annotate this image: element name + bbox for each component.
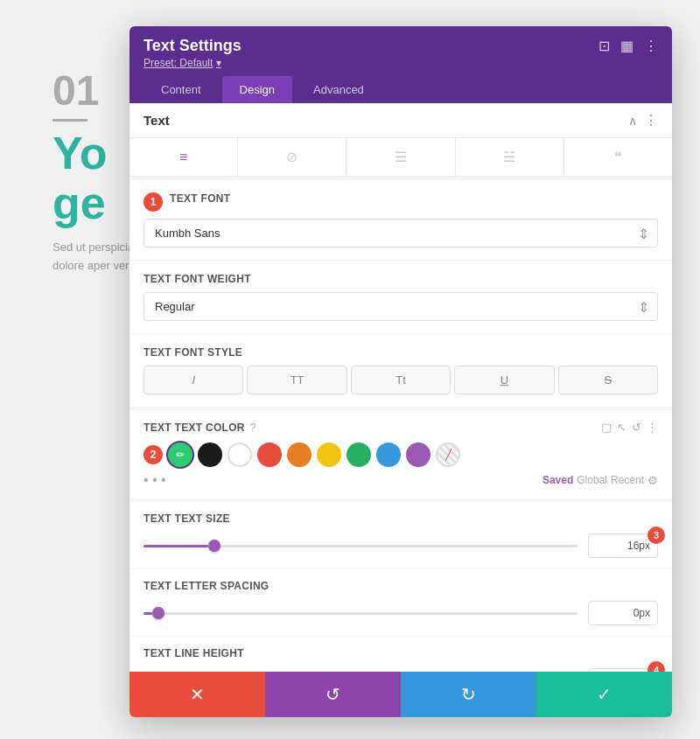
text-section-header: Text ∧ ⋮ <box>130 103 672 138</box>
font-style-buttons: I TT Tt U S <box>144 366 658 394</box>
letter-spacing-input[interactable] <box>588 601 658 625</box>
color-tab-global[interactable]: Global <box>577 474 607 486</box>
text-size-value-box: 3 <box>588 533 658 558</box>
swatch-purple[interactable] <box>406 443 430 467</box>
font-style-section: Text Font Style I TT Tt U S <box>130 334 672 407</box>
swatch-black[interactable] <box>198 443 222 467</box>
line-height-section: Text Line Height 4 <box>130 637 672 672</box>
uppercase-button[interactable]: TT <box>247 366 346 394</box>
line-height-badge: 4 <box>648 661 665 672</box>
reset-button[interactable]: ↺ <box>265 672 401 717</box>
swatch-yellow[interactable] <box>317 443 341 467</box>
letter-spacing-slider-row <box>144 601 658 625</box>
color-mode-icon[interactable]: ▢ <box>601 421 612 434</box>
panel-header: Text Settings ⊡ ▦ ⋮ Preset: Default ▾ <box>130 26 672 76</box>
swatch-white[interactable] <box>228 443 252 467</box>
color-label-row: Text Text Color ? ▢ ↖ ↺ ⋮ <box>144 421 658 434</box>
tab-advanced[interactable]: Advanced <box>296 76 382 103</box>
align-left-icon[interactable]: ≡ <box>130 138 238 176</box>
capitalize-button[interactable]: Tt <box>351 366 451 394</box>
preset-selector[interactable]: Preset: Default ▾ <box>144 57 658 69</box>
color-tab-recent[interactable]: Recent <box>611 474 644 486</box>
more-icon[interactable]: ⋮ <box>644 38 658 54</box>
text-size-slider-row: 3 <box>144 533 658 558</box>
letter-spacing-track[interactable] <box>144 612 578 615</box>
letter-spacing-thumb[interactable] <box>152 607 164 619</box>
font-select[interactable]: Kumbh Sans <box>144 219 658 247</box>
underline-button[interactable]: U <box>454 366 554 394</box>
swatch-custom-green[interactable]: ✏ <box>168 443 192 467</box>
letter-spacing-section: Text Letter Spacing <box>130 569 672 636</box>
text-settings-panel: Text Settings ⊡ ▦ ⋮ Preset: Default ▾ Co… <box>130 26 672 717</box>
text-size-thumb[interactable] <box>208 540 220 552</box>
confirm-icon: ✓ <box>597 684 612 705</box>
tabs-bar: Content Design Advanced <box>130 76 672 103</box>
list-ordered-icon[interactable]: ☱ <box>456 138 564 176</box>
redo-button[interactable]: ↻ <box>401 672 536 717</box>
text-size-section: Text Text Size 3 <box>130 502 672 568</box>
panel-header-icons: ⊡ ▦ ⋮ <box>598 38 658 54</box>
color-badge: 2 <box>144 445 163 464</box>
font-badge: 1 <box>144 192 163 212</box>
tab-design[interactable]: Design <box>222 76 292 103</box>
preset-label: Preset: Default <box>144 57 213 69</box>
section-collapse-icon[interactable]: ∧ <box>628 114 637 128</box>
bottom-toolbar: ✕ ↺ ↻ ✓ <box>130 672 672 717</box>
columns-icon[interactable]: ▦ <box>620 38 634 54</box>
swatch-blue[interactable] <box>376 443 401 467</box>
letter-spacing-fill <box>144 612 152 615</box>
text-size-badge: 3 <box>648 526 665 544</box>
text-size-track[interactable] <box>144 545 578 547</box>
section-more-icon[interactable]: ⋮ <box>644 112 658 129</box>
link-icon[interactable]: ⊘ <box>238 138 346 176</box>
cancel-icon: ✕ <box>190 684 205 705</box>
swatch-green[interactable] <box>346 443 371 467</box>
strikethrough-button[interactable]: S <box>558 366 658 394</box>
list-unordered-icon[interactable]: ☰ <box>346 138 455 176</box>
line-height-value-box: 4 <box>588 668 658 672</box>
font-weight-label: Text Font Weight <box>144 273 658 285</box>
alignment-icon-row: ≡ ⊘ ☰ ☱ ❝ <box>130 138 672 177</box>
letter-spacing-value-box <box>588 601 658 625</box>
tab-content[interactable]: Content <box>144 76 219 103</box>
color-settings-icon[interactable]: ⚙ <box>648 474 658 487</box>
section-header-actions: ∧ ⋮ <box>628 112 658 129</box>
panel-body: Text ∧ ⋮ ≡ ⊘ ☰ ☱ ❝ 1 Text Font Kumbh San… <box>130 103 672 672</box>
panel-title: Text Settings <box>144 37 242 55</box>
color-tab-saved[interactable]: Saved <box>542 474 573 486</box>
reset-icon: ↺ <box>326 684 340 705</box>
more-swatches-dots[interactable]: • • • <box>144 472 166 488</box>
swatch-orange[interactable] <box>287 443 312 467</box>
text-size-label: Text Text Size <box>144 512 658 525</box>
color-label: Text Text Color <box>144 422 245 434</box>
swatch-custom-pen[interactable]: ╱ <box>436 443 460 467</box>
color-help-icon[interactable]: ? <box>250 422 256 434</box>
confirm-button[interactable]: ✓ <box>536 672 672 717</box>
section-title: Text <box>144 113 170 128</box>
italic-button[interactable]: I <box>144 366 243 394</box>
color-action-icons: ▢ ↖ ↺ ⋮ <box>601 421 658 434</box>
color-pick-icon[interactable]: ↖ <box>617 421 626 434</box>
letter-spacing-label: Text Letter Spacing <box>144 580 658 592</box>
bg-divider <box>52 119 88 122</box>
font-label: Text Font <box>170 192 230 205</box>
redo-icon: ↻ <box>461 684 476 705</box>
color-swatches: 2 ✏ ╱ <box>144 443 658 467</box>
text-font-section: 1 Text Font Kumbh Sans ⇕ <box>130 180 672 260</box>
font-weight-section: Text Font Weight Regular ⇕ <box>130 261 672 333</box>
font-style-label: Text Font Style <box>144 346 658 359</box>
cancel-button[interactable]: ✕ <box>130 672 265 717</box>
quote-icon[interactable]: ❝ <box>564 138 672 176</box>
text-color-section: Text Text Color ? ▢ ↖ ↺ ⋮ 2 ✏ <box>130 410 672 498</box>
line-height-label: Text Line Height <box>144 647 658 659</box>
text-size-fill <box>144 545 208 547</box>
preset-arrow: ▾ <box>216 57 221 69</box>
color-reset-icon[interactable]: ↺ <box>632 421 641 434</box>
font-weight-select-wrapper: Regular ⇕ <box>144 292 658 321</box>
font-select-wrapper: Kumbh Sans ⇕ <box>144 219 658 247</box>
swatch-red[interactable] <box>257 443 282 467</box>
font-weight-select[interactable]: Regular <box>144 292 658 321</box>
color-more-icon[interactable]: ⋮ <box>647 421 658 434</box>
focus-icon[interactable]: ⊡ <box>598 38 610 54</box>
